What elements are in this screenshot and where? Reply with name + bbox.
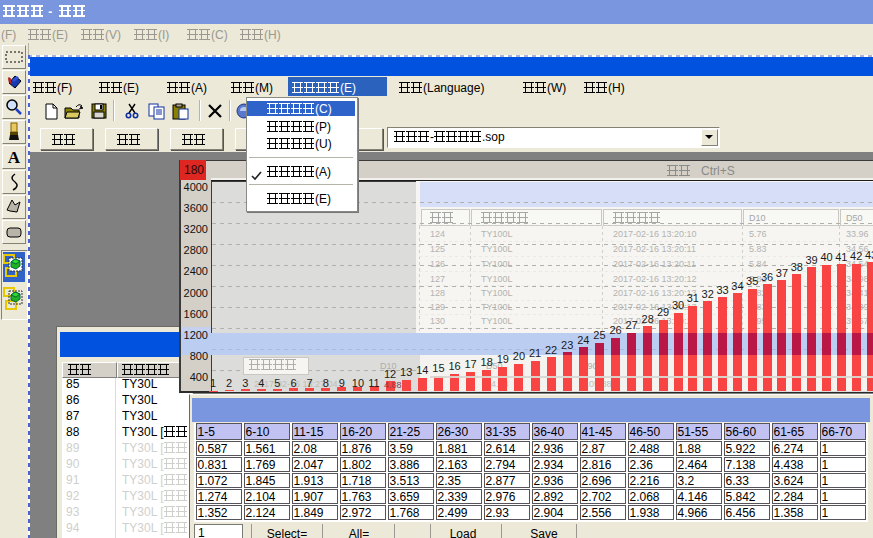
svg-text:A: A (8, 148, 21, 167)
